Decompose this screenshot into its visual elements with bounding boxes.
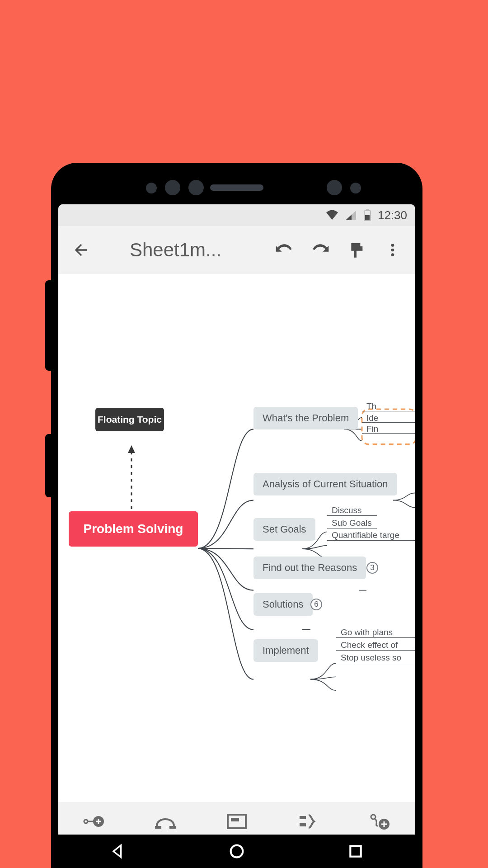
branch-node-solutions[interactable]: Solutions	[253, 593, 313, 616]
nav-back-button[interactable]	[109, 842, 127, 860]
nav-home-icon	[228, 842, 246, 860]
add-floating-icon	[369, 812, 390, 830]
phone-side-button-upper	[45, 280, 51, 371]
svg-point-22	[371, 815, 375, 819]
collapsed-count-b4[interactable]: 3	[366, 562, 378, 574]
svg-rect-21	[300, 823, 306, 826]
branch-node-implement[interactable]: Implement	[253, 639, 318, 662]
signal-icon	[345, 210, 357, 221]
add-floating-topic-button[interactable]	[367, 809, 392, 834]
nav-recent-button[interactable]	[347, 842, 365, 860]
add-relationship-button[interactable]	[153, 809, 178, 834]
undo-button[interactable]	[272, 237, 297, 263]
add-node-right-icon	[83, 814, 105, 829]
subtopic-b3-2[interactable]: Sub Goals	[332, 518, 372, 528]
subtopic-b1-3[interactable]: Fin	[366, 424, 378, 434]
redo-icon	[310, 240, 330, 260]
svg-rect-27	[351, 846, 361, 856]
phone-speaker	[210, 184, 263, 191]
branch-node-whats-problem[interactable]: What's the Problem	[253, 407, 358, 429]
phone-side-button-lower	[45, 434, 51, 497]
format-paint-icon	[347, 241, 366, 259]
more-button[interactable]	[380, 237, 405, 263]
svg-rect-17	[169, 826, 176, 829]
subtopic-b6-3[interactable]: Stop useless so	[341, 653, 401, 663]
add-summary-button[interactable]	[296, 809, 321, 834]
subtopic-b3-1[interactable]: Discuss	[332, 505, 362, 515]
subtopic-b1-2[interactable]: Ide	[366, 413, 378, 423]
svg-rect-19	[231, 818, 239, 821]
svg-point-4	[391, 249, 394, 252]
subtopic-b6-1[interactable]: Go with plans	[341, 627, 393, 637]
app-bar: Sheet1m...	[58, 226, 415, 274]
branch-node-set-goals[interactable]: Set Goals	[253, 518, 315, 541]
phone-frame: 12:30 Sheet1m...	[51, 163, 422, 868]
svg-rect-20	[300, 816, 306, 819]
document-title[interactable]: Sheet1m...	[130, 239, 261, 261]
svg-rect-1	[366, 209, 369, 211]
subtopic-b1-1[interactable]: Th	[366, 401, 376, 411]
summary-brace-icon	[298, 813, 319, 830]
android-nav-bar	[58, 835, 415, 868]
more-vert-icon	[385, 242, 401, 258]
phone-sensors-left	[146, 178, 204, 195]
format-button[interactable]	[344, 237, 369, 263]
screen: 12:30 Sheet1m...	[58, 204, 415, 868]
back-button[interactable]	[68, 237, 94, 263]
root-node[interactable]: Problem Solving	[69, 511, 198, 547]
subtopic-b3-3[interactable]: Quantifiable targe	[332, 530, 399, 540]
redo-button[interactable]	[308, 237, 333, 263]
battery-icon	[363, 209, 371, 222]
undo-icon	[274, 240, 294, 260]
status-time: 12:30	[378, 208, 407, 222]
nav-recent-icon	[347, 842, 365, 860]
svg-point-11	[84, 820, 88, 823]
add-subtopic-button[interactable]	[81, 809, 107, 834]
branch-node-analysis[interactable]: Analysis of Current Situation	[253, 473, 397, 495]
wifi-icon	[325, 210, 339, 221]
branch-node-reasons[interactable]: Find out the Reasons	[253, 557, 366, 579]
collapsed-count-b5[interactable]: 6	[310, 599, 322, 610]
arrow-left-icon	[72, 241, 90, 259]
status-bar: 12:30	[58, 204, 415, 226]
svg-point-26	[231, 845, 243, 858]
boundary-icon	[226, 813, 247, 830]
svg-rect-2	[365, 215, 370, 220]
nav-home-button[interactable]	[228, 842, 246, 860]
relationship-arc-icon	[154, 813, 177, 830]
add-boundary-button[interactable]	[224, 809, 249, 834]
mindmap-canvas[interactable]: Floating Topic Problem Solving What's th…	[58, 274, 415, 809]
svg-point-3	[391, 244, 394, 247]
subtopic-b6-2[interactable]: Check effect of	[341, 640, 398, 650]
nav-back-icon	[109, 842, 127, 860]
svg-point-5	[391, 253, 394, 256]
svg-rect-16	[155, 826, 161, 829]
phone-sensors-right	[327, 178, 361, 195]
floating-topic-node[interactable]: Floating Topic	[95, 408, 164, 431]
